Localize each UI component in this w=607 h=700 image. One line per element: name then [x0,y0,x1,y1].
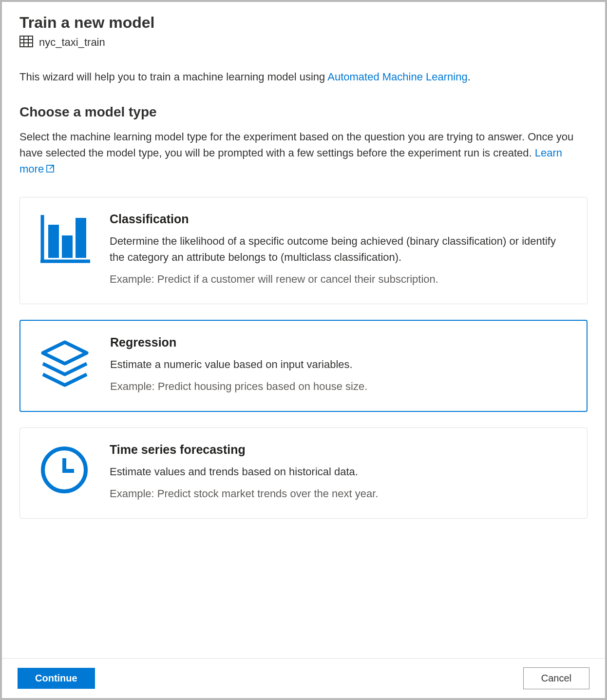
intro-text: This wizard will help you to train a mac… [19,70,588,85]
dataset-name: nyc_taxi_train [39,36,105,49]
card-title: Classification [110,212,569,226]
cancel-button[interactable]: Cancel [523,667,589,689]
section-description: Select the machine learning model type f… [19,129,588,178]
automl-link[interactable]: Automated Machine Learning [327,71,467,83]
page-title: Train a new model [19,14,588,32]
svg-marker-12 [43,342,87,364]
card-example: Example: Predict housing prices based on… [110,379,569,394]
model-type-cards: Classification Determine the likelihood … [19,197,588,518]
card-example: Example: Predict if a customer will rene… [110,272,569,287]
card-title: Time series forecasting [110,443,569,457]
svg-line-6 [50,165,54,169]
dialog-footer: Continue Cancel [2,658,605,698]
svg-rect-11 [76,218,86,258]
train-model-dialog: Train a new model nyc_taxi_train This wi… [2,2,605,698]
section-desc-text: Select the machine learning model type f… [19,131,573,159]
intro-prefix: This wizard will help you to train a mac… [19,71,327,83]
section-title: Choose a model type [19,104,588,120]
table-icon [19,36,33,49]
card-desc: Estimate a numeric value based on input … [110,356,569,372]
svg-rect-10 [62,235,73,258]
card-body: Classification Determine the likelihood … [110,212,569,287]
svg-rect-9 [48,225,59,258]
card-title: Regression [110,335,569,350]
dataset-row: nyc_taxi_train [19,36,588,49]
card-example: Example: Predict stock market trends ove… [110,486,569,502]
card-regression[interactable]: Regression Estimate a numeric value base… [19,320,588,412]
card-body: Time series forecasting Estimate values … [110,443,569,502]
continue-button[interactable]: Continue [18,668,95,689]
intro-suffix: . [468,71,471,83]
svg-rect-0 [20,36,33,47]
bar-chart-icon [38,212,91,287]
clock-icon [38,443,91,502]
card-desc: Estimate values and trends based on hist… [110,464,569,480]
card-classification[interactable]: Classification Determine the likelihood … [19,197,588,304]
external-link-icon [46,161,55,177]
dialog-content: Train a new model nyc_taxi_train This wi… [2,2,605,658]
card-timeseries[interactable]: Time series forecasting Estimate values … [19,428,588,519]
card-desc: Determine the likelihood of a specific o… [110,233,569,265]
layers-icon [38,335,92,394]
card-body: Regression Estimate a numeric value base… [110,335,569,394]
